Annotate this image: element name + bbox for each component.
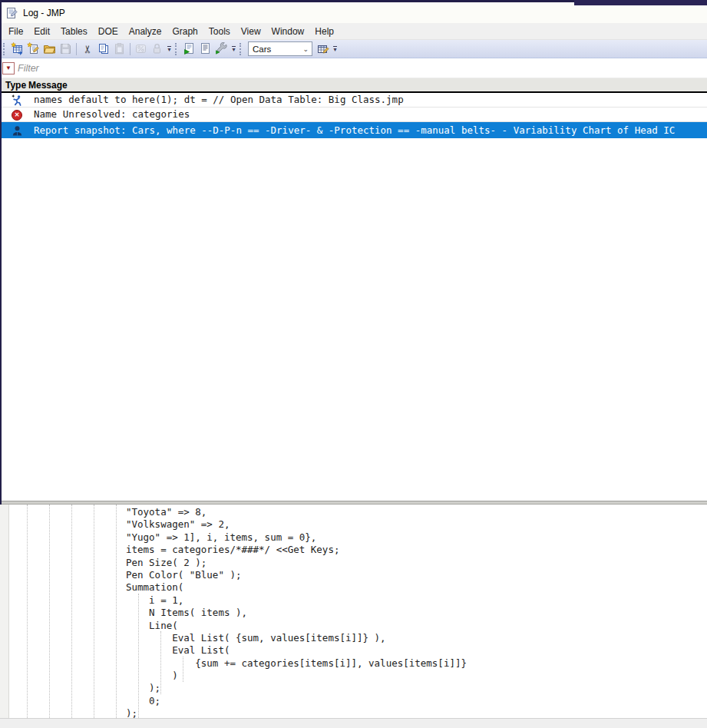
- code-line: Pen Color( "Blue" );: [0, 569, 707, 581]
- code-line: "Yugo" => 1], i, items, sum = 0},: [0, 531, 707, 544]
- code-line: i = 1,: [0, 594, 707, 607]
- copy-icon[interactable]: [95, 41, 111, 57]
- toolbar-grip[interactable]: [3, 43, 6, 55]
- log-list: names default to here(1); dt = // Open D…: [0, 93, 707, 501]
- run-script-icon[interactable]: [181, 41, 197, 57]
- status-bar: [0, 718, 707, 728]
- toolbar-overflow-button[interactable]: ▾: [331, 42, 339, 56]
- toolbar-separator: [130, 43, 130, 55]
- code-line: );: [0, 707, 707, 718]
- log-message-line: Name Unresolved: categories: [34, 108, 190, 120]
- column-header-message: Message: [28, 80, 68, 91]
- menu-doe[interactable]: DOE: [93, 24, 124, 39]
- menu-tables[interactable]: Tables: [55, 24, 93, 39]
- code-line: {sum += categories[items[i]], values[ite…: [0, 657, 707, 670]
- log-message-line: // Open Data Table: Big Class.jmp: [213, 94, 403, 105]
- running-man-icon: [11, 94, 24, 107]
- log-window: Log - JMP File Edit Tables DOE Analyze G…: [0, 0, 707, 728]
- code-lines: "Toyota" => 8, "Volkswagen" => 2, "Yugo"…: [0, 506, 707, 718]
- menu-bar: File Edit Tables DOE Analyze Graph Tools…: [0, 23, 707, 40]
- code-line: ): [0, 670, 707, 682]
- toolbar-grip[interactable]: [240, 43, 243, 55]
- cut-glyph: ✂: [81, 45, 93, 54]
- code-line: Pen Size( 2 );: [0, 557, 707, 569]
- table-selector-dropdown[interactable]: Cars ⌄: [248, 41, 312, 56]
- new-data-table-icon[interactable]: [9, 41, 25, 57]
- tools-wrench-icon[interactable]: [213, 41, 230, 57]
- code-line: Line(: [0, 620, 707, 632]
- toolbar: ✂: [0, 40, 707, 58]
- log-document-icon: [5, 7, 18, 19]
- toolbar-separator: [76, 43, 77, 55]
- code-line: "Toyota" => 8,: [0, 506, 707, 518]
- code-line: Eval List(: [0, 644, 707, 657]
- log-entry-snapshot-selected[interactable]: Report snapshot: Cars, where --D-P-n == …: [0, 122, 707, 138]
- code-line: Summation(: [0, 581, 707, 594]
- menu-help[interactable]: Help: [309, 24, 339, 39]
- code-line: items = categories/*###*/ <<Get Keys;: [0, 544, 707, 556]
- open-folder-icon[interactable]: [41, 41, 58, 57]
- table-selector-value: Cars: [253, 45, 271, 54]
- save-icon[interactable]: [58, 41, 74, 57]
- overflow-glyph: ▾: [232, 48, 235, 51]
- layout-icon[interactable]: [133, 41, 149, 57]
- code-line: 0;: [0, 695, 707, 707]
- menu-analyze[interactable]: Analyze: [124, 24, 167, 39]
- log-message-line: Report snapshot: Cars, where --D-P-n == …: [34, 124, 675, 136]
- overflow-glyph: ▾: [167, 48, 170, 51]
- log-entry-error[interactable]: ✕ Name Unresolved: categories: [0, 108, 707, 122]
- log-entry-script[interactable]: names default to here(1); dt = // Open D…: [0, 93, 707, 108]
- filter-bar: ▼: [0, 58, 707, 78]
- window-top-right-accent: [574, 0, 707, 5]
- window-title: Log - JMP: [23, 8, 65, 18]
- code-line: N Items( items ),: [0, 607, 707, 619]
- filter-input[interactable]: [18, 61, 705, 76]
- menu-window[interactable]: Window: [266, 24, 310, 39]
- open-log-icon[interactable]: [197, 41, 213, 57]
- error-icon: ✕: [11, 108, 24, 121]
- filter-dropdown-icon: ▼: [5, 65, 12, 71]
- window-left-border: [0, 0, 2, 505]
- chevron-down-icon: ⌄: [302, 45, 312, 53]
- toolbar-overflow-button[interactable]: ▾: [230, 42, 238, 56]
- log-message-line: names default to here(1);: [34, 94, 178, 105]
- toolbar-grip[interactable]: [175, 43, 178, 55]
- log-message-line: dt =: [184, 94, 207, 105]
- new-script-icon[interactable]: [25, 41, 41, 57]
- menu-graph[interactable]: Graph: [167, 24, 203, 39]
- overflow-glyph: ▾: [333, 48, 336, 51]
- menu-tools[interactable]: Tools: [203, 24, 236, 39]
- menu-edit[interactable]: Edit: [28, 24, 55, 39]
- script-code-pane[interactable]: "Toyota" => 8, "Volkswagen" => 2, "Yugo"…: [0, 505, 707, 718]
- paste-icon[interactable]: [111, 41, 127, 57]
- filter-dropdown-button[interactable]: ▼: [2, 62, 15, 74]
- code-line: );: [0, 682, 707, 694]
- menu-view[interactable]: View: [236, 24, 266, 39]
- snapshot-person-icon: [11, 124, 24, 137]
- cut-icon[interactable]: ✂: [79, 41, 95, 57]
- code-line: "Volkswagen" => 2,: [0, 518, 707, 531]
- edit-table-icon[interactable]: [315, 41, 331, 57]
- menu-file[interactable]: File: [3, 24, 28, 39]
- column-header-type: Type: [0, 80, 28, 91]
- lock-icon[interactable]: [149, 41, 165, 57]
- title-bar: Log - JMP: [0, 2, 707, 23]
- log-column-header: Type Message: [0, 78, 707, 93]
- code-line: Eval List( {sum, values[items[i]]} ),: [0, 632, 707, 644]
- toolbar-overflow-button[interactable]: ▾: [165, 42, 173, 56]
